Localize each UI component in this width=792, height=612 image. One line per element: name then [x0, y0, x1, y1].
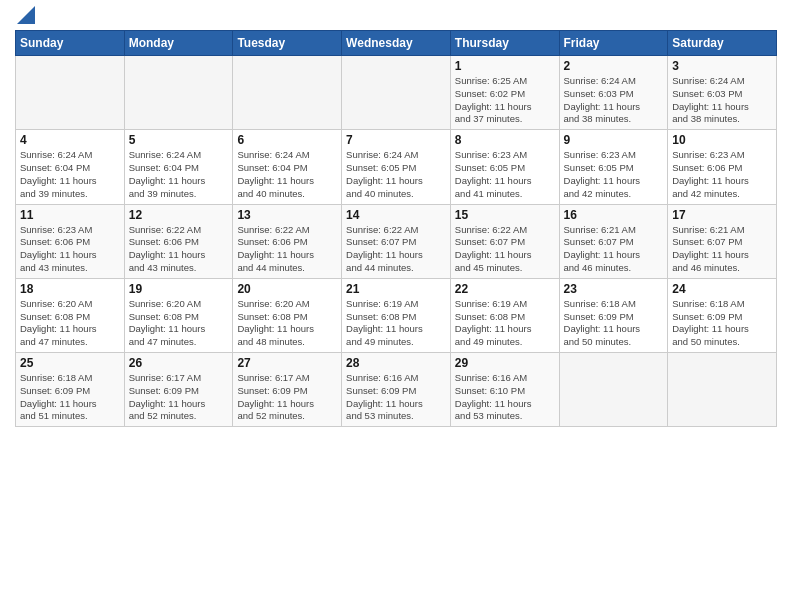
- calendar-cell: 19Sunrise: 6:20 AM Sunset: 6:08 PM Dayli…: [124, 278, 233, 352]
- day-number: 17: [672, 208, 772, 222]
- day-info: Sunrise: 6:23 AM Sunset: 6:06 PM Dayligh…: [20, 224, 120, 275]
- day-number: 15: [455, 208, 555, 222]
- header-day-friday: Friday: [559, 31, 668, 56]
- day-info: Sunrise: 6:24 AM Sunset: 6:03 PM Dayligh…: [672, 75, 772, 126]
- day-info: Sunrise: 6:23 AM Sunset: 6:05 PM Dayligh…: [455, 149, 555, 200]
- day-info: Sunrise: 6:18 AM Sunset: 6:09 PM Dayligh…: [20, 372, 120, 423]
- calendar-cell: 28Sunrise: 6:16 AM Sunset: 6:09 PM Dayli…: [342, 353, 451, 427]
- header-day-thursday: Thursday: [450, 31, 559, 56]
- calendar-cell: 6Sunrise: 6:24 AM Sunset: 6:04 PM Daylig…: [233, 130, 342, 204]
- day-number: 18: [20, 282, 120, 296]
- calendar-cell: 23Sunrise: 6:18 AM Sunset: 6:09 PM Dayli…: [559, 278, 668, 352]
- day-info: Sunrise: 6:22 AM Sunset: 6:07 PM Dayligh…: [455, 224, 555, 275]
- day-info: Sunrise: 6:24 AM Sunset: 6:04 PM Dayligh…: [129, 149, 229, 200]
- day-number: 24: [672, 282, 772, 296]
- header-day-saturday: Saturday: [668, 31, 777, 56]
- day-number: 19: [129, 282, 229, 296]
- header-day-sunday: Sunday: [16, 31, 125, 56]
- day-number: 1: [455, 59, 555, 73]
- day-info: Sunrise: 6:17 AM Sunset: 6:09 PM Dayligh…: [129, 372, 229, 423]
- calendar-cell: [233, 56, 342, 130]
- calendar-cell: [16, 56, 125, 130]
- day-number: 8: [455, 133, 555, 147]
- day-info: Sunrise: 6:17 AM Sunset: 6:09 PM Dayligh…: [237, 372, 337, 423]
- calendar-cell: 18Sunrise: 6:20 AM Sunset: 6:08 PM Dayli…: [16, 278, 125, 352]
- day-number: 6: [237, 133, 337, 147]
- day-number: 28: [346, 356, 446, 370]
- day-info: Sunrise: 6:19 AM Sunset: 6:08 PM Dayligh…: [346, 298, 446, 349]
- header-day-monday: Monday: [124, 31, 233, 56]
- calendar-cell: 27Sunrise: 6:17 AM Sunset: 6:09 PM Dayli…: [233, 353, 342, 427]
- day-info: Sunrise: 6:22 AM Sunset: 6:07 PM Dayligh…: [346, 224, 446, 275]
- calendar-cell: [124, 56, 233, 130]
- calendar-cell: 9Sunrise: 6:23 AM Sunset: 6:05 PM Daylig…: [559, 130, 668, 204]
- calendar-cell: 14Sunrise: 6:22 AM Sunset: 6:07 PM Dayli…: [342, 204, 451, 278]
- calendar-cell: 8Sunrise: 6:23 AM Sunset: 6:05 PM Daylig…: [450, 130, 559, 204]
- day-number: 10: [672, 133, 772, 147]
- day-info: Sunrise: 6:16 AM Sunset: 6:10 PM Dayligh…: [455, 372, 555, 423]
- day-info: Sunrise: 6:21 AM Sunset: 6:07 PM Dayligh…: [564, 224, 664, 275]
- day-number: 26: [129, 356, 229, 370]
- day-number: 4: [20, 133, 120, 147]
- logo-arrow-icon: [17, 6, 35, 24]
- day-number: 27: [237, 356, 337, 370]
- day-info: Sunrise: 6:22 AM Sunset: 6:06 PM Dayligh…: [129, 224, 229, 275]
- calendar-cell: 16Sunrise: 6:21 AM Sunset: 6:07 PM Dayli…: [559, 204, 668, 278]
- day-info: Sunrise: 6:24 AM Sunset: 6:04 PM Dayligh…: [20, 149, 120, 200]
- logo: [15, 10, 35, 24]
- day-info: Sunrise: 6:18 AM Sunset: 6:09 PM Dayligh…: [564, 298, 664, 349]
- calendar-cell: 24Sunrise: 6:18 AM Sunset: 6:09 PM Dayli…: [668, 278, 777, 352]
- calendar-cell: 1Sunrise: 6:25 AM Sunset: 6:02 PM Daylig…: [450, 56, 559, 130]
- page-header: [15, 10, 777, 24]
- day-info: Sunrise: 6:25 AM Sunset: 6:02 PM Dayligh…: [455, 75, 555, 126]
- calendar-header-row: SundayMondayTuesdayWednesdayThursdayFrid…: [16, 31, 777, 56]
- day-info: Sunrise: 6:24 AM Sunset: 6:05 PM Dayligh…: [346, 149, 446, 200]
- day-info: Sunrise: 6:19 AM Sunset: 6:08 PM Dayligh…: [455, 298, 555, 349]
- day-number: 22: [455, 282, 555, 296]
- day-info: Sunrise: 6:20 AM Sunset: 6:08 PM Dayligh…: [129, 298, 229, 349]
- day-number: 21: [346, 282, 446, 296]
- day-number: 23: [564, 282, 664, 296]
- calendar-cell: 21Sunrise: 6:19 AM Sunset: 6:08 PM Dayli…: [342, 278, 451, 352]
- calendar-cell: 26Sunrise: 6:17 AM Sunset: 6:09 PM Dayli…: [124, 353, 233, 427]
- day-number: 14: [346, 208, 446, 222]
- calendar-cell: 12Sunrise: 6:22 AM Sunset: 6:06 PM Dayli…: [124, 204, 233, 278]
- day-info: Sunrise: 6:20 AM Sunset: 6:08 PM Dayligh…: [20, 298, 120, 349]
- header-day-wednesday: Wednesday: [342, 31, 451, 56]
- day-number: 20: [237, 282, 337, 296]
- calendar-cell: 2Sunrise: 6:24 AM Sunset: 6:03 PM Daylig…: [559, 56, 668, 130]
- calendar-table: SundayMondayTuesdayWednesdayThursdayFrid…: [15, 30, 777, 427]
- calendar-cell: 13Sunrise: 6:22 AM Sunset: 6:06 PM Dayli…: [233, 204, 342, 278]
- calendar-cell: 3Sunrise: 6:24 AM Sunset: 6:03 PM Daylig…: [668, 56, 777, 130]
- day-number: 3: [672, 59, 772, 73]
- calendar-week-5: 25Sunrise: 6:18 AM Sunset: 6:09 PM Dayli…: [16, 353, 777, 427]
- day-number: 12: [129, 208, 229, 222]
- svg-marker-0: [17, 6, 35, 24]
- header-day-tuesday: Tuesday: [233, 31, 342, 56]
- day-info: Sunrise: 6:18 AM Sunset: 6:09 PM Dayligh…: [672, 298, 772, 349]
- calendar-cell: 25Sunrise: 6:18 AM Sunset: 6:09 PM Dayli…: [16, 353, 125, 427]
- calendar-cell: 10Sunrise: 6:23 AM Sunset: 6:06 PM Dayli…: [668, 130, 777, 204]
- calendar-cell: 20Sunrise: 6:20 AM Sunset: 6:08 PM Dayli…: [233, 278, 342, 352]
- calendar-cell: [342, 56, 451, 130]
- calendar-cell: 5Sunrise: 6:24 AM Sunset: 6:04 PM Daylig…: [124, 130, 233, 204]
- day-number: 16: [564, 208, 664, 222]
- calendar-cell: [668, 353, 777, 427]
- day-info: Sunrise: 6:20 AM Sunset: 6:08 PM Dayligh…: [237, 298, 337, 349]
- day-number: 25: [20, 356, 120, 370]
- day-number: 2: [564, 59, 664, 73]
- day-number: 13: [237, 208, 337, 222]
- calendar-cell: 22Sunrise: 6:19 AM Sunset: 6:08 PM Dayli…: [450, 278, 559, 352]
- calendar-week-2: 4Sunrise: 6:24 AM Sunset: 6:04 PM Daylig…: [16, 130, 777, 204]
- calendar-cell: [559, 353, 668, 427]
- day-number: 9: [564, 133, 664, 147]
- day-info: Sunrise: 6:24 AM Sunset: 6:03 PM Dayligh…: [564, 75, 664, 126]
- day-info: Sunrise: 6:23 AM Sunset: 6:06 PM Dayligh…: [672, 149, 772, 200]
- day-info: Sunrise: 6:21 AM Sunset: 6:07 PM Dayligh…: [672, 224, 772, 275]
- calendar-cell: 7Sunrise: 6:24 AM Sunset: 6:05 PM Daylig…: [342, 130, 451, 204]
- calendar-week-4: 18Sunrise: 6:20 AM Sunset: 6:08 PM Dayli…: [16, 278, 777, 352]
- day-info: Sunrise: 6:24 AM Sunset: 6:04 PM Dayligh…: [237, 149, 337, 200]
- calendar-week-1: 1Sunrise: 6:25 AM Sunset: 6:02 PM Daylig…: [16, 56, 777, 130]
- day-number: 29: [455, 356, 555, 370]
- day-number: 5: [129, 133, 229, 147]
